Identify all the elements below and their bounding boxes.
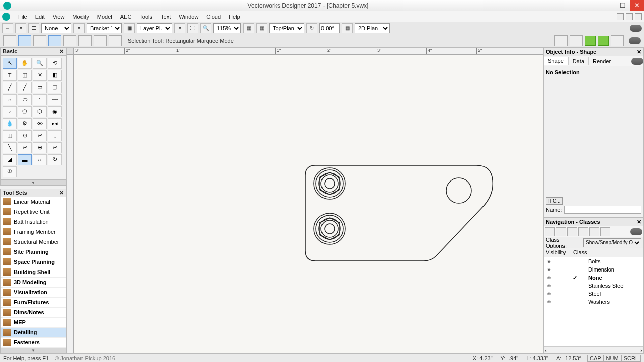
tab-data[interactable]: Data <box>569 57 589 65</box>
toolset-item[interactable]: Linear Material <box>1 197 66 207</box>
saved-views-button[interactable]: ▾ <box>15 23 26 33</box>
mdi-minimize-button[interactable] <box>617 13 624 20</box>
connect-tool[interactable]: ⊕ <box>33 142 47 153</box>
toolset-item[interactable]: Furn/Fixtures <box>1 298 66 308</box>
pan-tool[interactable]: ✋ <box>18 58 32 69</box>
nav-toggle[interactable] <box>630 228 642 235</box>
eye-icon[interactable] <box>547 283 551 289</box>
mode-1[interactable] <box>3 35 16 46</box>
zoom-select[interactable]: 115% <box>213 23 241 33</box>
number-stamp-tool[interactable]: ① <box>3 166 17 177</box>
menu-aec[interactable]: AEC <box>116 14 136 20</box>
class-row[interactable]: ✓None <box>544 274 643 282</box>
polyline-tool[interactable]: ⟋ <box>3 106 17 117</box>
eyedropper-tool[interactable]: 💧 <box>3 118 17 129</box>
toolset-item[interactable]: Visualization <box>1 288 66 298</box>
toolsets-expand[interactable]: ▼ <box>0 348 66 354</box>
class-row[interactable]: Bolts <box>544 257 643 265</box>
snap-4[interactable] <box>598 36 609 46</box>
toolset-item[interactable]: Structural Member <box>1 237 66 247</box>
toolset-item[interactable]: Fasteners <box>1 338 66 348</box>
ifc-button[interactable]: IFC... <box>546 197 563 205</box>
menu-view[interactable]: View <box>49 14 69 20</box>
mode-prefs[interactable] <box>109 35 122 46</box>
drawing-area[interactable] <box>74 55 543 353</box>
class-select[interactable]: None <box>41 23 71 33</box>
move-tool[interactable]: ↔ <box>33 154 47 165</box>
nav-layers-tab[interactable] <box>556 227 566 236</box>
mdi-close-button[interactable] <box>635 13 642 20</box>
app-menu-icon[interactable] <box>2 13 10 21</box>
eye-icon[interactable] <box>547 299 551 305</box>
toolset-item[interactable]: 3D Modeling <box>1 278 66 288</box>
close-icon[interactable]: ✕ <box>637 49 641 55</box>
canvas[interactable]: 3"2"1"1"2"3"4"5" <box>66 47 543 354</box>
menu-text[interactable]: Text <box>156 14 175 20</box>
close-icon[interactable]: ✕ <box>637 219 641 225</box>
name-input[interactable] <box>564 206 641 214</box>
menu-modify[interactable]: Modify <box>68 14 93 20</box>
class-row[interactable]: Steel <box>544 290 643 298</box>
view-select[interactable]: Top/Plan <box>269 23 304 33</box>
taper-tool[interactable]: ◢ <box>3 154 17 165</box>
menu-tools[interactable]: Tools <box>135 14 156 20</box>
class-opts-button[interactable]: ▾ <box>73 23 85 33</box>
callout-tool[interactable]: ◧ <box>48 70 62 81</box>
toolset-item[interactable]: Site Planning <box>1 247 66 257</box>
mode-3[interactable] <box>33 35 46 46</box>
toolset-item[interactable]: Framing Member <box>1 227 66 237</box>
freehand-tool[interactable]: 〰 <box>48 94 62 105</box>
oip-toggle[interactable] <box>631 58 643 65</box>
class-scrollbar[interactable]: ‹› <box>544 346 643 353</box>
mode-6[interactable] <box>78 35 92 46</box>
ruler-horizontal[interactable]: 3"2"1"1"2"3"4"5" <box>74 48 543 55</box>
rectangle-tool[interactable]: ▭ <box>33 82 47 93</box>
selection-tool[interactable]: ↖ <box>3 58 17 69</box>
toolset-item[interactable]: MEP <box>1 318 66 328</box>
nav-title[interactable]: Navigation - Classes ✕ <box>543 217 644 226</box>
snap-1[interactable] <box>554 35 568 46</box>
snap-5[interactable] <box>611 35 624 46</box>
toolset-item[interactable]: Space Planning <box>1 257 66 267</box>
polygon-tool[interactable]: ⬠ <box>18 106 32 117</box>
attribute-mapping-tool[interactable]: ⚙ <box>18 118 32 129</box>
back-button[interactable]: ← <box>2 23 13 33</box>
nav-views-tab[interactable] <box>578 227 588 236</box>
plane-icon[interactable]: ▣ <box>124 23 135 33</box>
ruler-origin[interactable] <box>67 48 74 55</box>
fit-button[interactable]: ⛶ <box>187 23 198 33</box>
spiral-tool[interactable]: ◉ <box>48 106 62 117</box>
close-button[interactable]: ✕ <box>630 0 644 11</box>
class-row[interactable]: Stainless Steel <box>544 282 643 290</box>
toolset-item[interactable]: Repetitive Unit <box>1 207 66 217</box>
rotate-button[interactable]: ↻ <box>306 23 317 33</box>
menu-edit[interactable]: Edit <box>31 14 49 20</box>
eye-icon[interactable] <box>547 291 551 297</box>
menu-cloud[interactable]: Cloud <box>202 14 225 20</box>
fillet-tool[interactable]: ◟ <box>48 130 62 141</box>
render-icon[interactable]: ▦ <box>342 23 353 33</box>
symbol-tool[interactable]: ◫ <box>3 130 17 141</box>
eye-icon[interactable] <box>547 275 551 281</box>
plane-select[interactable]: Layer Pl... <box>137 23 172 33</box>
layer-select[interactable]: Bracket 1 <box>87 23 122 33</box>
toolset-item[interactable]: Dims/Notes <box>1 308 66 318</box>
class-row[interactable]: Washers <box>544 298 643 306</box>
double-line-tool[interactable]: ╱ <box>18 82 32 93</box>
eye-icon[interactable] <box>547 258 551 264</box>
class-row[interactable]: Dimension <box>544 265 643 274</box>
class-icon[interactable]: ☰ <box>28 23 39 33</box>
line-tool[interactable]: ╱ <box>3 82 17 93</box>
split-tool[interactable]: ✂ <box>18 142 32 153</box>
text-tool[interactable]: T <box>3 70 17 81</box>
menu-help[interactable]: Help <box>225 14 245 20</box>
offset-tool[interactable]: ⊙ <box>18 130 32 141</box>
chamfer-tool[interactable]: ╲ <box>3 142 17 153</box>
wall-tool[interactable]: ▬ <box>18 154 32 165</box>
clip-tool[interactable]: ✂ <box>33 130 47 141</box>
close-icon[interactable]: ✕ <box>59 48 64 55</box>
regular-polygon-tool[interactable]: ⬡ <box>33 106 47 117</box>
saved-view-button[interactable]: ▾ <box>174 23 185 33</box>
flyover-tool[interactable]: ⟲ <box>48 58 62 69</box>
toolset-item[interactable]: Batt Insulation <box>1 217 66 227</box>
